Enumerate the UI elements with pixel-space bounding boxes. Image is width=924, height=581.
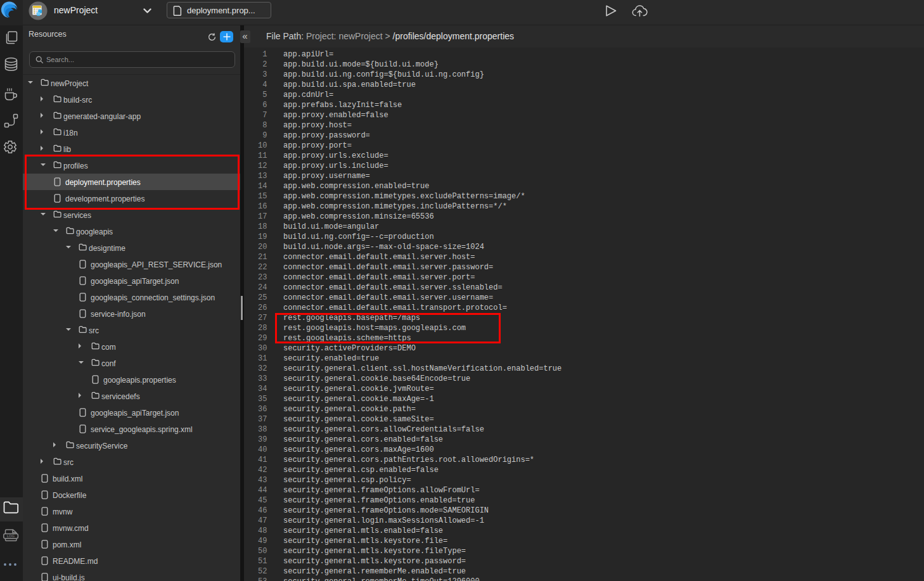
svg-text:LOG: LOG: [7, 534, 15, 538]
